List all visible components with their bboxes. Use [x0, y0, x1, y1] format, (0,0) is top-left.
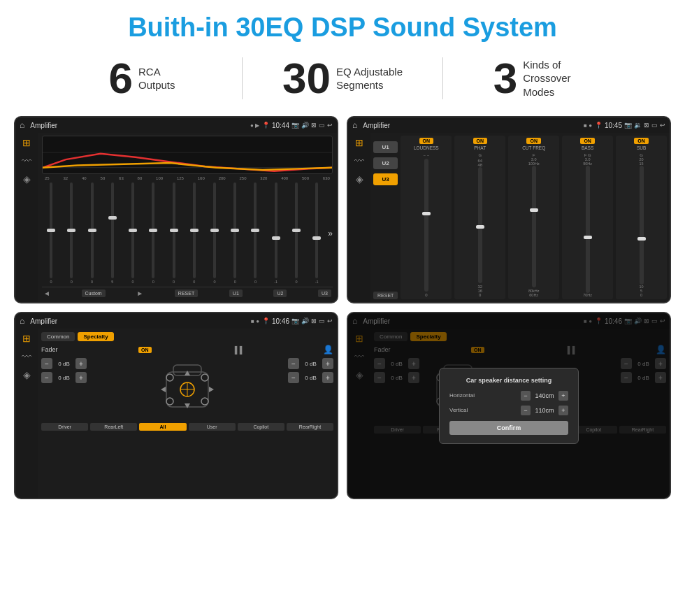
fader-plus-2[interactable]: + — [75, 372, 87, 383]
bass-toggle[interactable]: ON — [580, 138, 595, 144]
dialog-vertical-minus[interactable]: − — [521, 406, 531, 415]
dialog-vertical-plus[interactable]: + — [558, 406, 568, 415]
eq-slider-3: 5 — [103, 182, 122, 284]
stat-eq-label: EQ Adjustable Segments — [336, 65, 403, 92]
loudness-slider[interactable] — [424, 159, 428, 292]
fader-val-1: 0 dB — [55, 361, 73, 367]
eq-u3-btn[interactable]: U3 — [318, 289, 331, 297]
cross-screen-content: ⊞ 〰 ◈ U1 U2 U3 RESET ON LOUDNESS ~ ~ — [348, 133, 670, 302]
fader-left-sliders: − 0 dB + − 0 dB + — [41, 358, 87, 421]
dialog-vertical-value: 110cm — [533, 407, 556, 414]
eq-u2-btn[interactable]: U2 — [273, 289, 287, 297]
svg-marker-14 — [161, 387, 166, 392]
dialog-overlay: Car speaker distance setting Horizontal … — [348, 313, 670, 498]
fader-val-3: 0 dB — [302, 361, 319, 367]
fader-status-bar: ⌂ Amplifier ■ ● 📍 10:46 📷 🔊 ⊠ ▭ ↩ — [15, 313, 337, 329]
dialog-horizontal-plus[interactable]: + — [558, 391, 568, 401]
speaker-distance-dialog: Car speaker distance setting Horizontal … — [439, 368, 579, 444]
fader-btn-all[interactable]: All — [139, 423, 186, 431]
eq-slider-4: 0 — [124, 182, 142, 284]
fader-sidebar-icon1[interactable]: ⊞ — [22, 333, 31, 344]
fader-minus-4[interactable]: − — [288, 372, 299, 383]
dialog-title: Car speaker distance setting — [449, 377, 568, 384]
eq-sidebar-icon1[interactable]: ⊞ — [22, 137, 31, 148]
stat-eq: 30 EQ Adjustable Segments — [243, 57, 442, 100]
cross-status-bar: ⌂ Amplifier ■ ● 📍 10:45 📷 🔉 ⊠ ▭ ↩ — [348, 117, 670, 133]
svg-marker-15 — [209, 387, 214, 392]
eq-slider-6: 0 — [164, 182, 182, 284]
eq-prev-arrow[interactable]: ◄ — [43, 289, 50, 297]
cross-preset-u1[interactable]: U1 — [373, 141, 398, 153]
cross-status-icons: 📍 10:45 📷 🔉 ⊠ ▭ ↩ — [595, 122, 665, 129]
bass-slider[interactable] — [586, 166, 590, 293]
eq-sidebar-icon2[interactable]: 〰 — [22, 155, 31, 166]
eq-reset-btn[interactable]: RESET — [175, 289, 198, 297]
screen-fader: ⌂ Amplifier ■ ● 📍 10:46 📷 🔊 ⊠ ▭ ↩ ⊞ 〰 ◈ … — [14, 312, 338, 499]
eq-next-arrow[interactable]: ► — [136, 289, 143, 297]
cross-preset-u3[interactable]: U3 — [373, 173, 398, 185]
cross-sidebar-icon1[interactable]: ⊞ — [355, 137, 363, 148]
sub-slider[interactable] — [640, 166, 644, 285]
fader-plus-4[interactable]: + — [322, 372, 333, 383]
cross-sidebar-icon3[interactable]: ◈ — [356, 173, 363, 185]
cross-ch-sub: ON SUB G 20 15 10 5 0 — [616, 136, 667, 299]
stat-crossover-number: 3 — [493, 57, 517, 100]
fader-tab-common[interactable]: Common — [41, 332, 75, 341]
sub-toggle[interactable]: ON — [634, 138, 649, 144]
phat-toggle[interactable]: ON — [473, 138, 488, 144]
cross-ch-bass: ON BASS F G 3.0 90Hz 70Hz — [562, 136, 613, 299]
eq-sidebar-icon3[interactable]: ◈ — [23, 173, 31, 185]
eq-main-area: 25 32 40 50 63 80 100 125 160 200 250 32… — [38, 133, 337, 302]
fader-val-4: 0 dB — [302, 375, 319, 381]
bass-label: BASS — [582, 145, 593, 150]
cross-main-area: U1 U2 U3 RESET ON LOUDNESS ~ ~ 0 — [370, 133, 670, 302]
fader-header: Fader ON ▐▐ 👤 — [41, 345, 333, 354]
fader-btn-copilot[interactable]: Copilot — [238, 423, 284, 431]
cross-preset-u2[interactable]: U2 — [373, 157, 398, 169]
fader-btn-driver[interactable]: Driver — [41, 423, 88, 431]
fader-plus-3[interactable]: + — [322, 358, 333, 369]
eq-slider-10: 0 — [246, 182, 264, 284]
fader-app-name: Amplifier — [30, 317, 248, 325]
phat-slider[interactable] — [478, 167, 482, 283]
cutfreq-toggle[interactable]: ON — [526, 138, 541, 144]
fader-minus-1[interactable]: − — [41, 358, 52, 369]
fader-minus-3[interactable]: − — [288, 358, 299, 369]
fader-sidebar-icon2[interactable]: 〰 — [22, 351, 31, 362]
cross-reset-btn[interactable]: RESET — [373, 292, 398, 299]
fader-btn-user[interactable]: User — [189, 423, 236, 431]
loudness-label: LOUDNESS — [414, 145, 439, 150]
stat-rca-label: RCA Outputs — [138, 65, 175, 92]
fader-adjust-icon[interactable]: ▐▐ — [232, 346, 242, 354]
cutfreq-slider[interactable] — [532, 166, 536, 287]
car-diagram-svg — [152, 358, 222, 421]
page-title: Buith-in 30EQ DSP Sound System — [0, 0, 685, 50]
fader-on-badge[interactable]: ON — [138, 347, 152, 353]
loudness-toggle[interactable]: ON — [419, 138, 434, 144]
fader-bottom-btns: Driver RearLeft All User Copilot RearRig… — [41, 423, 333, 431]
eq-time: 10:44 — [272, 122, 289, 129]
eq-slider-8: 0 — [206, 182, 224, 284]
eq-slider-0: 0 — [42, 182, 60, 284]
eq-screen-content: ⊞ 〰 ◈ 2 — [15, 133, 337, 302]
fader-sidebar-icon3[interactable]: ◈ — [23, 369, 31, 380]
cross-sidebar: ⊞ 〰 ◈ — [348, 133, 370, 302]
eq-custom-btn[interactable]: Custom — [82, 289, 106, 297]
dialog-horizontal-minus[interactable]: − — [521, 391, 531, 401]
dialog-horizontal-row: Horizontal − 140cm + — [449, 391, 568, 401]
fader-plus-1[interactable]: + — [75, 358, 87, 369]
eq-u1-btn[interactable]: U1 — [229, 289, 243, 297]
eq-slider-11: -1 — [267, 182, 285, 284]
home-icon: ⌂ — [20, 120, 24, 130]
svg-point-7 — [166, 398, 173, 405]
eq-more-icon[interactable]: » — [328, 229, 333, 238]
eq-slider-5: 0 — [144, 182, 162, 284]
dialog-confirm-button[interactable]: Confirm — [449, 421, 568, 435]
stats-row: 6 RCA Outputs 30 EQ Adjustable Segments … — [0, 50, 685, 110]
fader-btn-rearleft[interactable]: RearLeft — [90, 423, 137, 431]
fader-tab-specialty[interactable]: Specialty — [78, 332, 113, 341]
cross-time: 10:45 — [605, 122, 622, 129]
fader-btn-rearright[interactable]: RearRight — [287, 423, 333, 431]
cross-sidebar-icon2[interactable]: 〰 — [354, 155, 364, 166]
fader-minus-2[interactable]: − — [41, 372, 52, 383]
